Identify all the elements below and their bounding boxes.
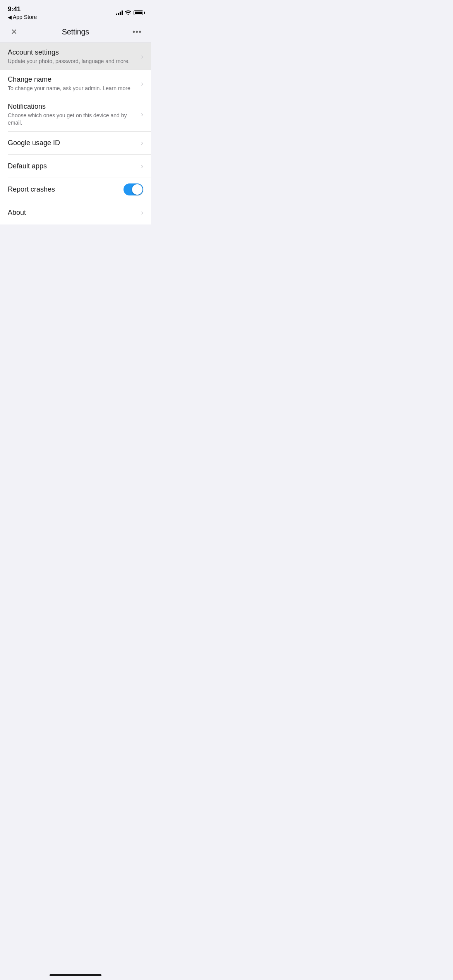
settings-item-title-change-name: Change name [8,75,137,84]
chevron-icon-account-settings: › [141,53,143,61]
status-right [116,10,143,15]
back-arrow-icon: ◀ [8,14,12,20]
close-button[interactable]: ✕ [8,26,20,38]
chevron-icon-notifications: › [141,110,143,118]
settings-item-content-account-settings: Account settingsUpdate your photo, passw… [8,48,137,65]
nav-bar: ✕ Settings ••• [0,22,151,43]
more-icon: ••• [132,27,142,36]
settings-item-change-name[interactable]: Change nameTo change your name, ask your… [0,70,151,97]
wifi-icon [125,10,131,15]
settings-item-title-about: About [8,209,137,217]
settings-item-subtitle-account-settings: Update your photo, password, language an… [8,58,137,65]
status-left: 9:41 ◀ App Store [8,5,37,20]
toggle-knob-report-crashes [132,184,142,195]
back-label: App Store [13,14,37,20]
chevron-icon-google-usage-id: › [141,139,143,147]
toggle-report-crashes[interactable] [124,183,143,195]
close-icon: ✕ [11,27,17,36]
page-title: Settings [62,27,89,36]
settings-item-title-account-settings: Account settings [8,48,137,57]
settings-item-content-google-usage-id: Google usage ID [8,139,137,147]
settings-list: Account settingsUpdate your photo, passw… [0,43,151,224]
settings-item-report-crashes[interactable]: Report crashes [0,178,151,201]
settings-item-content-notifications: NotificationsChoose which ones you get o… [8,103,137,126]
settings-item-default-apps[interactable]: Default apps› [0,155,151,178]
settings-item-notifications[interactable]: NotificationsChoose which ones you get o… [0,97,151,131]
settings-item-title-google-usage-id: Google usage ID [8,139,137,147]
settings-item-subtitle-change-name: To change your name, ask your admin. Lea… [8,85,137,92]
settings-item-content-report-crashes: Report crashes [8,185,124,194]
settings-item-account-settings[interactable]: Account settingsUpdate your photo, passw… [0,43,151,70]
settings-item-about[interactable]: About› [0,201,151,224]
settings-item-title-notifications: Notifications [8,103,137,111]
status-bar: 9:41 ◀ App Store [0,0,151,22]
settings-item-title-report-crashes: Report crashes [8,185,124,194]
settings-item-subtitle-notifications: Choose which ones you get on this device… [8,112,137,126]
status-time: 9:41 [8,5,37,13]
battery-icon [134,10,143,15]
chevron-icon-change-name: › [141,80,143,88]
settings-item-content-about: About [8,209,137,217]
status-back[interactable]: ◀ App Store [8,14,37,20]
signal-bars-icon [116,10,123,15]
settings-item-content-change-name: Change nameTo change your name, ask your… [8,75,137,92]
more-button[interactable]: ••• [131,26,143,38]
chevron-icon-about: › [141,209,143,217]
chevron-icon-default-apps: › [141,162,143,170]
settings-item-google-usage-id[interactable]: Google usage ID› [0,132,151,155]
settings-item-title-default-apps: Default apps [8,162,137,170]
settings-item-content-default-apps: Default apps [8,162,137,170]
